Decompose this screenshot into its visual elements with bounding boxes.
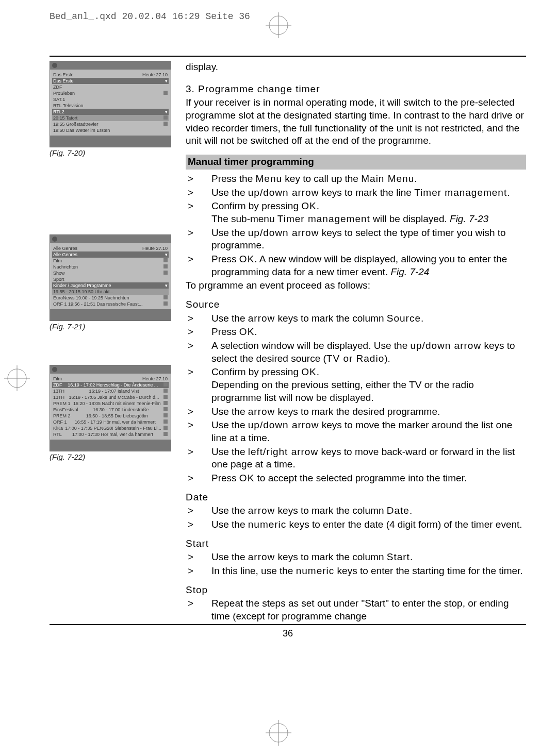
step-item: >Confirm by pressing OK.Depending on the… (186, 366, 526, 404)
fig-caption-7-22: (Fig. 7-22) (50, 452, 178, 461)
to-programme-line: To prgramme an event proceed as follows: (186, 279, 526, 292)
step-item: >Use the arrow keys to mark the column S… (186, 551, 526, 564)
step-item: >Use the up/down arrow keys to move the … (186, 419, 526, 444)
fig-caption-7-20: (Fig. 7-20) (50, 148, 178, 157)
step-item: >Use the numeric keys to enter the date … (186, 518, 526, 531)
step-item: >A selection window will be displayed. U… (186, 340, 526, 365)
screenshot-fig-7-22: FilmHeute 27.10 ZDF16.19 - 17:02 Herzsch… (50, 365, 171, 451)
step-item: >Use the up/down arrow keys to select th… (186, 227, 526, 252)
step-item: >Press OK. (186, 326, 526, 339)
crop-mark-left (4, 365, 30, 391)
start-steps: >Use the arrow keys to mark the column S… (186, 551, 526, 577)
step-item: >Confirm by pressing OK.The sub-menu Tim… (186, 200, 526, 225)
step-item: >Use the up/down arrow keys to mark the … (186, 187, 526, 199)
step-item: >Use the left/right arrow keys to move b… (186, 446, 526, 471)
date-steps: >Use the arrow keys to mark the column D… (186, 505, 526, 531)
step-item: >Repeat the steps as set out under "Star… (186, 597, 526, 623)
page-number: 36 (50, 628, 526, 639)
step-item: >In this line, use the numeric keys to e… (186, 565, 526, 578)
manual-timer-heading: Manual timer programming (186, 155, 526, 170)
top-rule (50, 56, 526, 57)
date-label: Date (186, 491, 526, 504)
section-3-paragraph: If your receiver is in normal operating … (186, 96, 526, 147)
step-item: >Press OK. A new window will be displaye… (186, 253, 526, 278)
crop-mark-top (266, 12, 291, 38)
intro-continuation: display. (186, 61, 526, 74)
screenshot-fig-7-21: Alle GenresHeute 27.10 Alle Genres▾ Film… (50, 234, 171, 321)
source-label: Source (186, 298, 526, 311)
crop-mark-bottom (266, 720, 291, 746)
source-steps: >Use the arrow keys to mark the column S… (186, 312, 526, 485)
screenshot-fig-7-20: Das ErsteHeute 27.10 Das Erste▾ ZDF ProS… (50, 61, 171, 147)
fig-caption-7-21: (Fig. 7-21) (50, 322, 178, 331)
step-item: >Use the arrow keys to mark the desired … (186, 406, 526, 418)
bottom-rule (50, 624, 526, 625)
start-label: Start (186, 537, 526, 550)
steps-top: >Press the Menu key to call up the Main … (186, 173, 526, 279)
step-item: >Press the Menu key to call up the Main … (186, 173, 526, 186)
stop-steps: >Repeat the steps as set out under "Star… (186, 597, 526, 623)
step-item: >Use the arrow keys to mark the column S… (186, 312, 526, 325)
stop-label: Stop (186, 584, 526, 597)
step-item: >Press OK to accept the selected program… (186, 472, 526, 485)
section-3-title: 3. Programme change timer (186, 83, 526, 96)
step-item: >Use the arrow keys to mark the column D… (186, 505, 526, 517)
